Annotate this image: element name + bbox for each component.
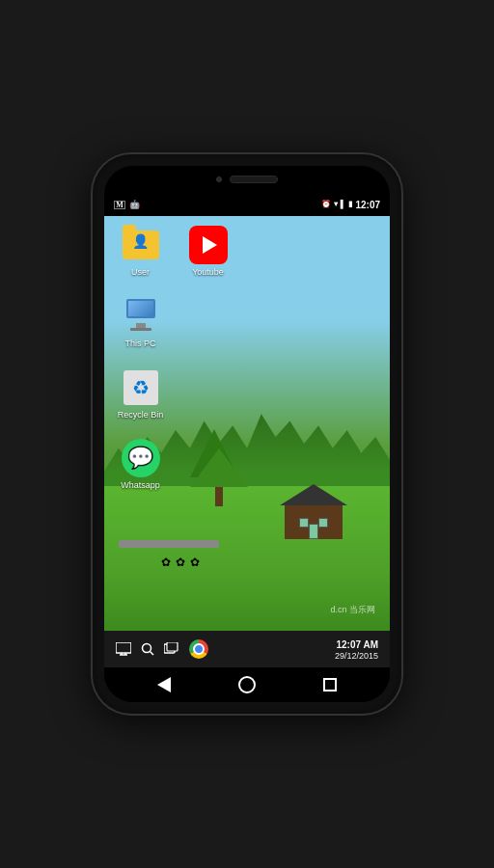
recent-square-icon xyxy=(323,678,337,692)
speaker xyxy=(230,176,278,183)
svg-point-4 xyxy=(143,644,151,653)
cabin-roof xyxy=(280,484,347,505)
taskbar-screen-icon[interactable] xyxy=(116,642,131,656)
whatsapp-icon-label: Whatsapp xyxy=(121,480,160,491)
back-button[interactable] xyxy=(157,677,171,692)
wifi-icon: ▾ xyxy=(334,201,338,208)
signal-icon: ▌ xyxy=(341,201,346,208)
taskbar-time: 12:07 AM xyxy=(335,638,378,651)
this-pc-icon-label: This PC xyxy=(124,339,155,349)
folder-user-glyph: 👤 xyxy=(132,233,149,249)
this-pc-icon-img xyxy=(122,297,160,336)
whatsapp-icon-wrap: 💬 xyxy=(122,439,160,477)
taskbar-date: 29/12/2015 xyxy=(335,651,378,661)
home-button[interactable] xyxy=(238,676,256,693)
alarm-icon: ⏰ xyxy=(321,201,331,208)
watermark: d.cn 当乐网 xyxy=(330,604,375,616)
road xyxy=(118,540,218,548)
youtube-icon[interactable]: Youtube xyxy=(181,226,234,278)
phone-top-physical xyxy=(104,166,390,193)
home-circle-icon xyxy=(238,676,256,693)
this-pc-icon[interactable]: This PC xyxy=(114,297,167,349)
android-icon: 🤖 xyxy=(129,201,140,209)
flower-1: ✿ xyxy=(161,556,171,569)
cabin-window-left xyxy=(299,518,309,528)
cabin xyxy=(280,486,347,539)
svg-rect-0 xyxy=(116,642,131,653)
back-triangle-icon xyxy=(157,677,171,692)
phone-device: M 🤖 ⏰ ▾ ▌ ▮ 12:07 xyxy=(93,154,401,714)
status-bar: M 🤖 ⏰ ▾ ▌ ▮ 12:07 xyxy=(104,193,390,216)
user-icon[interactable]: 👤 User xyxy=(114,226,167,278)
recycle-bin-icon[interactable]: ♻ Recycle Bin xyxy=(114,368,167,420)
taskbar-search-icon[interactable] xyxy=(141,642,154,656)
screen-content: ✿ ✿ ✿ 👤 User xyxy=(104,216,390,631)
flowers: ✿ ✿ ✿ xyxy=(161,556,200,569)
cabin-door xyxy=(309,524,318,539)
recycle-bin-icon-label: Recycle Bin xyxy=(118,410,164,420)
youtube-icon-img xyxy=(189,226,228,264)
whatsapp-icon[interactable]: 💬 Whatsapp xyxy=(114,439,167,491)
front-camera xyxy=(216,176,222,182)
gmail-icon: M xyxy=(114,201,125,209)
taskbar-chrome-icon[interactable] xyxy=(189,639,208,659)
youtube-icon-label: Youtube xyxy=(192,267,224,278)
whatsapp-icon-img: 💬 xyxy=(122,439,160,477)
taskbar-left xyxy=(116,639,208,659)
user-icon-label: User xyxy=(131,267,150,278)
svg-rect-7 xyxy=(167,642,178,651)
battery-icon: ▮ xyxy=(348,201,352,208)
flower-3: ✿ xyxy=(190,556,200,569)
youtube-icon-wrap xyxy=(189,226,228,264)
phone-screen: M 🤖 ⏰ ▾ ▌ ▮ 12:07 xyxy=(104,166,390,702)
cabin-body xyxy=(285,505,343,539)
nav-bar xyxy=(104,667,390,702)
desktop-icons: 👤 User Youtube xyxy=(114,226,234,491)
taskbar: 12:07 AM 29/12/2015 xyxy=(104,631,390,667)
taskbar-right: 12:07 AM 29/12/2015 xyxy=(335,638,378,661)
status-time: 12:07 xyxy=(355,200,380,210)
whatsapp-glyph: 💬 xyxy=(127,446,153,471)
taskbar-multitask-icon[interactable] xyxy=(164,642,179,656)
watermark-text: d.cn 当乐网 xyxy=(330,605,375,614)
status-left-icons: M 🤖 xyxy=(114,201,140,209)
recent-button[interactable] xyxy=(323,678,337,692)
flower-2: ✿ xyxy=(176,556,185,569)
cabin-window-right xyxy=(318,518,328,528)
youtube-play-icon xyxy=(203,236,217,254)
folder-icon: 👤 xyxy=(123,231,159,259)
status-right-area: ⏰ ▾ ▌ ▮ 12:07 xyxy=(321,200,380,210)
user-icon-img: 👤 xyxy=(122,226,160,264)
icon-row-1: 👤 User Youtube xyxy=(114,226,234,278)
svg-line-5 xyxy=(151,652,154,656)
recycle-bin-icon-img: ♻ xyxy=(122,368,160,407)
